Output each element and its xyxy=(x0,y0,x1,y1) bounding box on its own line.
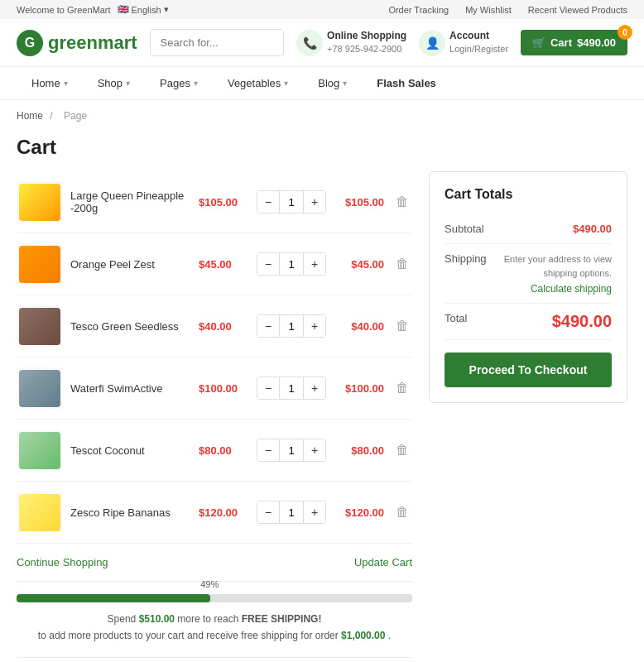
breadcrumb: Home / Page xyxy=(0,100,644,132)
quantity-control: − + xyxy=(257,377,326,400)
product-price: $120.00 xyxy=(199,506,248,519)
delete-item-button[interactable]: 🗑 xyxy=(392,191,412,213)
qty-input[interactable] xyxy=(279,253,304,275)
delete-item-button[interactable]: 🗑 xyxy=(392,501,412,523)
nav-pages[interactable]: Pages ▾ xyxy=(145,67,213,99)
nav-home[interactable]: Home ▾ xyxy=(17,67,83,99)
recent-products-link[interactable]: Recent Viewed Products xyxy=(528,5,627,15)
cart-button[interactable]: 🛒 Cart $490.00 0 xyxy=(521,30,627,55)
product-price: $80.00 xyxy=(199,444,248,457)
table-row: Orange Peel Zest $45.00 − + $45.00 🗑 xyxy=(17,233,412,295)
qty-increase-button[interactable]: + xyxy=(304,253,325,275)
qty-input[interactable] xyxy=(279,191,304,213)
chevron-down-icon: ▾ xyxy=(194,79,198,88)
wishlist-link[interactable]: My Wishlist xyxy=(465,5,512,15)
nav-vegetables[interactable]: Vegetables ▾ xyxy=(213,67,303,99)
logo-text: greenmart xyxy=(48,32,137,54)
qty-decrease-button[interactable]: − xyxy=(257,501,279,523)
totals-box: Cart Totals Subtotal $490.00 Shipping En… xyxy=(429,171,627,403)
account-label: Account xyxy=(449,29,508,43)
product-total: $105.00 xyxy=(334,196,384,209)
phone-info: 📞 Online Shopping +78 925-942-2900 xyxy=(296,29,406,55)
nav-blog-label: Blog xyxy=(318,77,339,89)
shipping-note: Enter your address to view shipping opti… xyxy=(487,252,612,280)
nav-blog[interactable]: Blog ▾ xyxy=(303,67,362,99)
delete-item-button[interactable]: 🗑 xyxy=(392,253,412,275)
product-name: Orange Peel Zest xyxy=(70,258,190,271)
qty-input[interactable] xyxy=(279,501,304,523)
checkout-button[interactable]: Proceed To Checkout xyxy=(445,353,612,387)
qty-decrease-button[interactable]: − xyxy=(257,439,279,461)
qty-decrease-button[interactable]: − xyxy=(257,191,279,213)
delete-item-button[interactable]: 🗑 xyxy=(392,315,412,337)
logo[interactable]: G greenmart xyxy=(17,30,137,56)
shipping-text-mid: more to reach xyxy=(177,613,241,625)
main-nav: Home ▾ Shop ▾ Pages ▾ Vegetables ▾ Blog … xyxy=(0,67,644,100)
qty-decrease-button[interactable]: − xyxy=(257,315,279,337)
qty-input[interactable] xyxy=(279,315,304,337)
subtotal-label: Subtotal xyxy=(445,223,484,235)
quantity-control: − + xyxy=(257,252,326,276)
nav-home-label: Home xyxy=(31,77,60,89)
phone-label: Online Shopping xyxy=(327,29,406,43)
qty-increase-button[interactable]: + xyxy=(304,315,325,337)
chevron-down-icon: ▾ xyxy=(284,79,288,88)
product-price: $105.00 xyxy=(199,196,248,209)
product-thumbnail xyxy=(19,432,60,469)
continue-shopping-link[interactable]: Continue Shopping xyxy=(17,556,108,568)
lang-arrow-icon: ▾ xyxy=(164,4,169,15)
totals-title: Cart Totals xyxy=(445,187,612,202)
page-title: Cart xyxy=(0,132,644,171)
cart-section: Large Queen Pineapple -200g $105.00 − + … xyxy=(17,171,412,662)
cart-icon: 🛒 xyxy=(532,36,545,49)
product-total: $100.00 xyxy=(334,382,384,395)
product-total: $40.00 xyxy=(334,320,384,333)
main-content: Large Queen Pineapple -200g $105.00 − + … xyxy=(0,171,644,662)
quantity-control: − + xyxy=(257,314,326,338)
update-cart-link[interactable]: Update Cart xyxy=(354,556,412,568)
qty-decrease-button[interactable]: − xyxy=(257,377,279,399)
cart-items-list: Large Queen Pineapple -200g $105.00 − + … xyxy=(17,171,412,544)
qty-increase-button[interactable]: + xyxy=(304,191,325,213)
language-label: English xyxy=(132,5,161,15)
table-row: Tescot Coconut $80.00 − + $80.00 🗑 xyxy=(17,420,412,482)
chevron-down-icon: ▾ xyxy=(64,79,68,88)
shipping-label: Shipping xyxy=(445,252,487,265)
product-image xyxy=(17,181,62,223)
account-info: 👤 Account Login/Register xyxy=(419,29,508,55)
shipping-amount: $510.00 xyxy=(139,613,175,625)
table-row: Waterfi SwimActive $100.00 − + $100.00 🗑 xyxy=(17,357,412,420)
total-value: $490.00 xyxy=(552,312,612,331)
qty-increase-button[interactable]: + xyxy=(304,377,325,399)
logo-icon: G xyxy=(17,30,43,56)
qty-input[interactable] xyxy=(279,377,304,399)
calculate-shipping-link[interactable]: Calculate shipping xyxy=(487,283,612,295)
qty-increase-button[interactable]: + xyxy=(304,501,325,523)
qty-input[interactable] xyxy=(279,439,304,461)
breadcrumb-current: Page xyxy=(64,110,87,122)
nav-flash-sales[interactable]: Flash Sales xyxy=(362,67,451,99)
table-row: Tesco Green Seedless $40.00 − + $40.00 🗑 xyxy=(17,295,412,357)
nav-shop[interactable]: Shop ▾ xyxy=(83,67,145,99)
flag-icon: 🇬🇧 xyxy=(118,4,129,15)
qty-decrease-button[interactable]: − xyxy=(257,253,279,275)
order-tracking-link[interactable]: Order Tracking xyxy=(388,5,449,15)
search-bar: 🔍 xyxy=(150,29,284,56)
product-image xyxy=(17,492,62,533)
cart-label: Cart xyxy=(550,36,572,49)
cart-amount: $490.00 xyxy=(577,36,616,49)
nav-pages-label: Pages xyxy=(160,77,190,89)
delete-item-button[interactable]: 🗑 xyxy=(392,439,412,461)
chevron-down-icon: ▾ xyxy=(343,79,347,88)
shipping-message: Spend $510.00 more to reach FREE SHIPPIN… xyxy=(17,611,412,645)
product-name: Large Queen Pineapple -200g xyxy=(70,189,190,214)
progress-bar-container: 49% xyxy=(17,594,412,602)
search-input[interactable] xyxy=(151,30,284,55)
order-amount: $1,000.00 xyxy=(341,630,385,641)
nav-shop-label: Shop xyxy=(98,77,123,89)
shipping-progress: 49% Spend $510.00 more to reach FREE SHI… xyxy=(17,581,412,658)
language-selector[interactable]: 🇬🇧 English ▾ xyxy=(118,4,169,15)
breadcrumb-home[interactable]: Home xyxy=(17,110,43,122)
delete-item-button[interactable]: 🗑 xyxy=(392,377,412,399)
qty-increase-button[interactable]: + xyxy=(304,439,325,461)
